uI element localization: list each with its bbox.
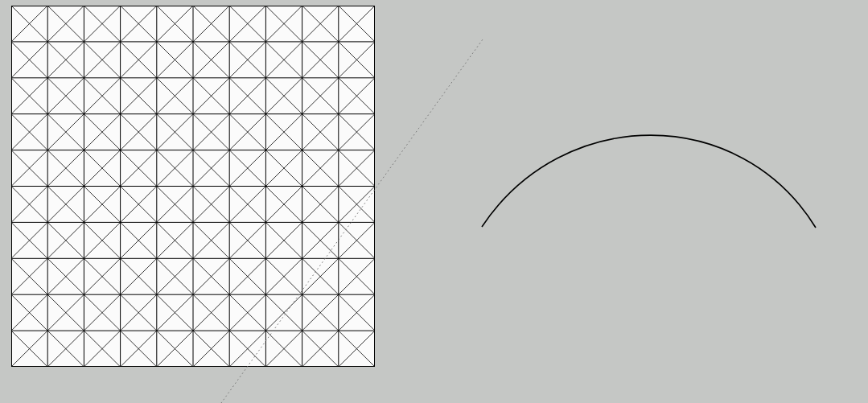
drawn-arc[interactable] (482, 135, 816, 228)
sandbox-mesh-edges (11, 6, 375, 367)
modeling-viewport[interactable] (0, 0, 868, 403)
